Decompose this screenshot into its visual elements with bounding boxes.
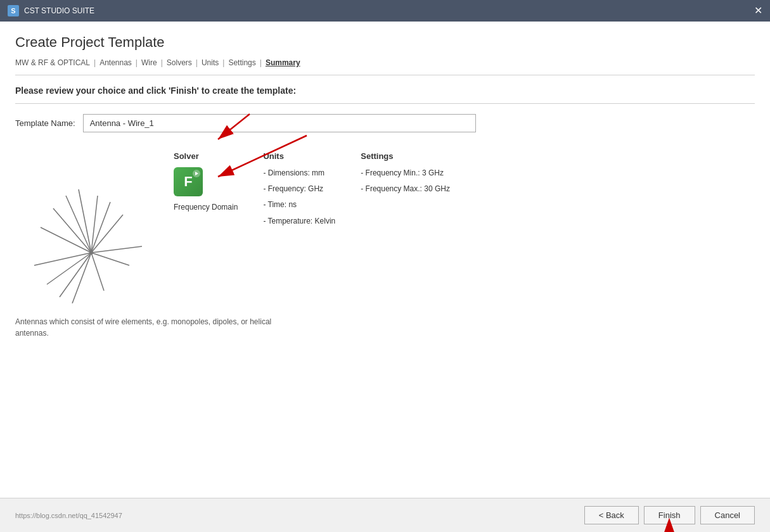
main-section: Solver F — [15, 145, 755, 303]
breadcrumb: MW & RF & OPTICAL | Antennas | Wire | So… — [15, 58, 755, 75]
main-window: S CST STUDIO SUITE ✕ Create Project Temp… — [0, 0, 770, 532]
template-name-row: Template Name: — [15, 114, 755, 132]
preview-area — [15, 145, 155, 303]
svg-marker-17 — [195, 172, 198, 175]
title-bar: S CST STUDIO SUITE ✕ — [0, 0, 770, 22]
settings-column-title: Settings — [361, 151, 450, 161]
cancel-button[interactable]: Cancel — [700, 506, 755, 524]
units-item-1: - Dimensions: mm — [263, 167, 335, 179]
breadcrumb-sep-5: | — [222, 58, 224, 67]
solver-name-label: Frequency Domain — [174, 203, 238, 212]
breadcrumb-sep-6: | — [260, 58, 262, 67]
breadcrumb-sep-4: | — [196, 58, 198, 67]
settings-column: Settings - Frequency Min.: 3 GHz - Frequ… — [361, 151, 450, 303]
breadcrumb-item-3[interactable]: Wire — [141, 58, 157, 67]
svg-line-11 — [60, 253, 91, 297]
solver-icon: F — [174, 167, 203, 196]
title-bar-left: S CST STUDIO SUITE — [8, 5, 94, 16]
solver-play-icon — [193, 170, 200, 177]
dialog-content: Create Project Template MW & RF & OPTICA… — [0, 22, 770, 498]
svg-line-3 — [53, 208, 91, 253]
info-area: Solver F — [174, 145, 755, 303]
units-item-2: - Frequency: GHz — [263, 183, 335, 195]
solver-f-label: F — [184, 175, 192, 189]
solver-column-title: Solver — [174, 151, 238, 161]
close-button[interactable]: ✕ — [754, 6, 762, 16]
svg-line-4 — [66, 196, 91, 253]
svg-line-13 — [91, 253, 129, 265]
svg-line-8 — [91, 215, 123, 253]
solver-column: Solver F — [174, 151, 238, 303]
footer-bar: https://blog.csdn.net/qq_41542947 < Back… — [0, 498, 770, 532]
breadcrumb-sep-3: | — [161, 58, 163, 67]
template-name-input[interactable] — [83, 114, 476, 132]
svg-line-2 — [41, 227, 91, 253]
breadcrumb-item-7[interactable]: Summary — [266, 58, 300, 67]
breadcrumb-item-5[interactable]: Units — [202, 58, 219, 67]
breadcrumb-item-2[interactable]: Antennas — [99, 58, 132, 67]
breadcrumb-item-4[interactable]: Solvers — [167, 58, 192, 67]
units-column: Units - Dimensions: mm - Frequency: GHz … — [263, 151, 335, 303]
app-title: CST STUDIO SUITE — [24, 6, 94, 15]
svg-point-16 — [89, 251, 93, 255]
description-text: Antennas which consist of wire elements,… — [15, 317, 271, 338]
wire-antenna-image — [22, 151, 148, 303]
instruction-text: Please review your choice and click 'Fin… — [15, 86, 755, 104]
description-area: Antennas which consist of wire elements,… — [15, 316, 755, 339]
breadcrumb-item-6[interactable]: Settings — [228, 58, 255, 67]
dialog-header: Create Project Template — [15, 34, 755, 51]
breadcrumb-sep-1: | — [94, 58, 96, 67]
svg-line-12 — [91, 253, 104, 291]
template-name-label: Template Name: — [15, 118, 75, 128]
footer-link: https://blog.csdn.net/qq_41542947 — [15, 512, 122, 519]
breadcrumb-sep-2: | — [136, 58, 138, 67]
breadcrumb-item-1[interactable]: MW & RF & OPTICAL — [15, 58, 90, 67]
units-column-title: Units — [263, 151, 335, 161]
settings-item-1: - Frequency Min.: 3 GHz — [361, 167, 450, 179]
svg-line-14 — [91, 246, 142, 253]
footer-buttons: < Back Finish Cancel — [584, 506, 755, 524]
svg-line-5 — [79, 189, 91, 253]
svg-line-15 — [72, 253, 91, 303]
settings-item-2: - Frequency Max.: 30 GHz — [361, 183, 450, 195]
units-item-3: - Time: ns — [263, 199, 335, 211]
units-item-4: - Temperature: Kelvin — [263, 215, 335, 227]
app-icon: S — [8, 5, 19, 16]
back-button[interactable]: < Back — [584, 506, 639, 524]
finish-button[interactable]: Finish — [644, 506, 695, 524]
